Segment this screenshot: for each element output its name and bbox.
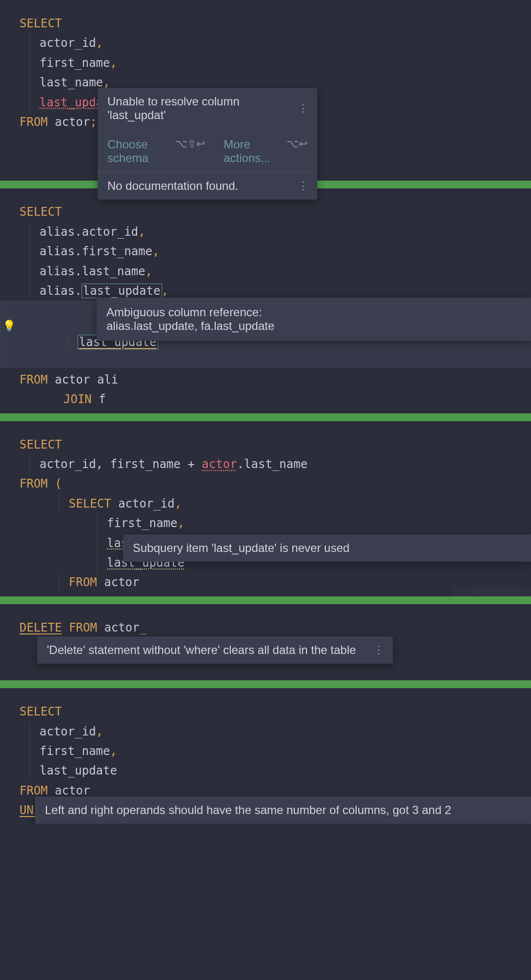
code-section-3: SELECT actor_id, first_name + actor.last… [0, 421, 531, 596]
identifier: first_name [40, 744, 110, 758]
code-section-4: DELETE FROM actor_ 'Delete' statement wi… [0, 604, 531, 680]
section-divider [0, 680, 531, 688]
code-line[interactable]: alias.last_name, [29, 262, 531, 281]
choose-schema-link[interactable]: Choose schema [107, 138, 163, 165]
shortcut-label: ⌥↩ [286, 138, 307, 165]
code-line[interactable]: DELETE FROM actor_ [0, 618, 531, 637]
keyword-from: FROM [20, 373, 48, 387]
code-line[interactable]: SELECT [0, 435, 531, 454]
code-line[interactable]: alias.first_name, [29, 242, 531, 261]
identifier: alias.actor_id [40, 225, 138, 239]
section-divider [0, 596, 531, 604]
caret-icon: _ [140, 621, 146, 634]
tooltip-text: 'Delete' statement without 'where' clear… [47, 643, 356, 657]
keyword-from: FROM [20, 784, 48, 797]
code-line[interactable]: first_name, [29, 741, 531, 761]
keyword-from: FROM [20, 115, 48, 129]
code-line[interactable]: SELECT [0, 14, 531, 33]
identifier: actor [55, 373, 90, 387]
decorative-noise [453, 588, 531, 596]
code-line[interactable]: FROM actor ali [0, 370, 531, 389]
popup-doc-row: No documentation found. ⋮ [98, 172, 317, 200]
shortcut-label: ⌥⇧↩ [175, 138, 205, 165]
tooltip-text: Left and right operands should have the … [45, 803, 451, 817]
identifier: actor_id [40, 36, 96, 50]
code-line[interactable]: alias.actor_id, [29, 222, 531, 242]
code-line[interactable]: actor_id, [29, 722, 531, 741]
tooltip-text: Subquery item 'last_update' is never use… [133, 541, 349, 555]
more-icon[interactable]: ⋮ [298, 102, 307, 115]
code-line[interactable]: FROM ( [0, 474, 531, 493]
section-divider [0, 413, 531, 421]
keyword-select: SELECT [20, 205, 62, 219]
code-section-2: SELECT alias.actor_id, alias.first_name,… [0, 188, 531, 413]
identifier: actor [55, 115, 90, 129]
keyword-from: FROM [69, 621, 97, 634]
keyword-delete: DELETE [20, 621, 62, 634]
identifier: actor [104, 575, 139, 589]
code-section-5: SELECT actor_id, first_name, last_update… [0, 688, 531, 824]
identifier: first_name [107, 516, 178, 530]
error-identifier: actor [202, 457, 237, 471]
identifier: actor_id, first_name + [40, 457, 202, 471]
code-section-1: SELECT actor_id, first_name, last_name, … [0, 0, 531, 181]
error-popup: Unable to resolve column 'last_updat' ⋮ … [98, 88, 317, 200]
identifier: alias.first_name [40, 245, 152, 258]
more-icon[interactable]: ⋮ [298, 180, 307, 192]
lightbulb-icon[interactable]: 💡 [2, 319, 16, 333]
identifier-box: last_update [82, 284, 162, 298]
keyword-join: JOIN [63, 392, 92, 406]
keyword-select: SELECT [20, 438, 62, 451]
code-line[interactable]: first_name, [29, 53, 531, 73]
identifier: last_name [40, 76, 103, 89]
identifier: last_update [40, 764, 117, 777]
warning-tooltip: Subquery item 'last_update' is never use… [123, 534, 531, 562]
popup-message-row: Unable to resolve column 'last_updat' ⋮ … [98, 88, 317, 172]
more-actions-link[interactable]: More actions... [224, 138, 274, 165]
identifier: actor [55, 784, 90, 797]
identifier: .last_name [237, 457, 308, 471]
code-line[interactable]: SELECT [0, 702, 531, 721]
identifier: ali [97, 373, 118, 387]
identifier: actor [104, 621, 139, 634]
identifier: f [99, 392, 105, 406]
identifier: alias.last_name [40, 265, 145, 278]
semicolon: ; [90, 115, 97, 129]
code-line[interactable]: first_name, [97, 513, 531, 533]
warning-tooltip: Left and right operands should have the … [35, 796, 531, 824]
identifier: actor_id [40, 725, 96, 738]
identifier: alias. [40, 284, 82, 298]
code-line[interactable]: SELECT [0, 202, 531, 222]
code-line[interactable]: last_update [29, 761, 531, 780]
warning-tooltip: Ambiguous column reference: alias.last_u… [97, 298, 531, 341]
keyword-select: SELECT [20, 705, 62, 718]
identifier: actor_id [118, 497, 175, 510]
popup-error-message: Unable to resolve column 'last_updat' [107, 95, 298, 122]
popup-doc-message: No documentation found. [107, 179, 238, 193]
code-line[interactable]: actor_id, first_name + actor.last_name [29, 454, 531, 474]
keyword-from: FROM [69, 575, 97, 589]
keyword-select: SELECT [69, 497, 111, 510]
tooltip-text: Ambiguous column reference: alias.last_u… [106, 306, 336, 333]
keyword-from: FROM [20, 477, 48, 490]
keyword-select: SELECT [20, 17, 62, 30]
warning-tooltip: 'Delete' statement without 'where' clear… [37, 636, 393, 664]
more-icon[interactable]: ⋮ [364, 644, 383, 656]
identifier: first_name [40, 56, 110, 70]
code-line[interactable]: SELECT actor_id, [59, 494, 531, 513]
paren: ( [55, 477, 61, 490]
code-line[interactable]: JOIN f [0, 389, 531, 409]
code-line[interactable]: actor_id, [29, 33, 531, 53]
